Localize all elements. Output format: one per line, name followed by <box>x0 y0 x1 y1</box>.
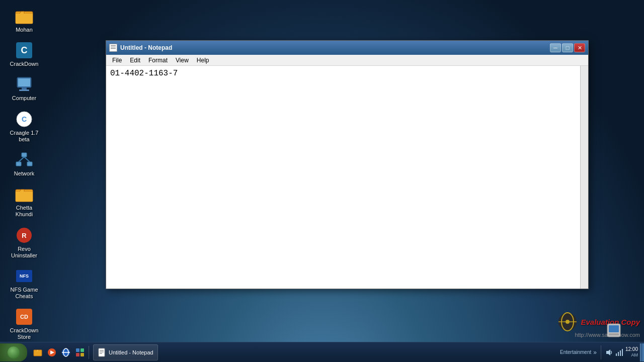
svg-text:C: C <box>22 115 27 123</box>
desktop-icon-revo-label: Revo Uninstaller <box>11 246 37 259</box>
svg-rect-11 <box>16 162 21 166</box>
menu-file[interactable]: File <box>108 56 126 65</box>
desktop-icon-crackdown[interactable]: C CrackDown <box>4 38 44 70</box>
desktop-icon-crackdown-label: CrackDown <box>10 61 39 67</box>
vertical-scrollbar[interactable] <box>580 66 588 289</box>
svg-text:NFS: NFS <box>20 274 29 279</box>
desktop-icon-revo[interactable]: R Revo Uninstaller <box>4 223 44 262</box>
system-clock[interactable]: 12:00 AM <box>625 346 638 358</box>
taskbar-open-windows: Untitled - Notepad <box>91 344 558 360</box>
svg-rect-6 <box>22 87 27 89</box>
svg-rect-10 <box>22 153 27 157</box>
svg-rect-54 <box>620 350 621 356</box>
desktop-icon-network[interactable]: Network <box>4 148 44 180</box>
desktop: Mohan C CrackDown Computer <box>0 0 644 362</box>
taskbar-notepad-item[interactable]: Untitled - Notepad <box>93 344 158 360</box>
watermark-logo-icon <box>557 312 578 332</box>
menu-format[interactable]: Format <box>144 56 172 65</box>
desktop-icon-computer-label: Computer <box>12 95 36 102</box>
window-title: Untitled - Notepad <box>120 44 550 51</box>
notification-arrow[interactable]: » <box>593 349 597 356</box>
desktop-icon-crackdown-store[interactable]: CD CrackDown Store <box>4 305 44 343</box>
svg-rect-55 <box>622 349 623 356</box>
notepad-textarea[interactable]: 01-4402-1163-7 <box>106 66 588 289</box>
taskbar-notepad-label: Untitled - Notepad <box>109 349 153 355</box>
svg-line-13 <box>19 157 24 162</box>
svg-rect-52 <box>616 353 617 356</box>
desktop-icon-mohan-label: Mohan <box>16 27 33 33</box>
speaker-icon[interactable] <box>605 348 613 356</box>
svg-rect-5 <box>18 78 30 86</box>
desktop-icon-mohan[interactable]: Mohan <box>4 4 44 36</box>
svg-rect-36 <box>609 333 619 335</box>
menu-edit[interactable]: Edit <box>126 56 144 65</box>
window-controls: ─ □ ✕ <box>550 43 585 52</box>
svg-rect-44 <box>80 348 84 352</box>
svg-rect-35 <box>609 325 619 332</box>
notification-area: Entertainment » 12:00 AM <box>558 345 640 359</box>
svg-rect-1 <box>16 14 33 24</box>
quick-launch-ie[interactable] <box>59 346 72 359</box>
notification-divider <box>601 345 601 359</box>
start-button[interactable] <box>0 343 27 361</box>
minimize-button[interactable]: ─ <box>550 43 561 52</box>
desktop-icon-crackdown-store-label: CrackDown Store <box>10 327 39 340</box>
show-desktop-button[interactable] <box>640 343 644 361</box>
svg-rect-45 <box>76 353 79 356</box>
quick-launch-media-player[interactable] <box>45 346 58 359</box>
window-menubar: File Edit Format View Help <box>106 55 588 66</box>
svg-rect-47 <box>99 348 105 356</box>
notepad-content-area: 01-4402-1163-7 <box>106 66 588 289</box>
close-button[interactable]: ✕ <box>574 43 585 52</box>
desktop-icon-nfs-label: NFS Game Cheats <box>10 287 38 300</box>
menu-view[interactable]: View <box>172 56 193 65</box>
svg-rect-43 <box>76 348 79 352</box>
window-titlebar: Untitled - Notepad ─ □ ✕ <box>106 41 588 55</box>
svg-text:CD: CD <box>20 314 28 320</box>
corner-icon <box>607 323 621 339</box>
notepad-window: Untitled - Notepad ─ □ ✕ File Edit Forma… <box>106 40 589 289</box>
watermark-area: Evaluation Copy http://www.sameshow.com <box>557 312 640 338</box>
menu-help[interactable]: Help <box>193 56 213 65</box>
svg-line-14 <box>24 157 30 162</box>
quick-launch <box>29 346 89 359</box>
desktop-icon-network-label: Network <box>14 170 34 177</box>
svg-text:C: C <box>21 45 28 55</box>
desktop-icon-craagle[interactable]: C Craagle 1.7 beta <box>4 107 44 146</box>
svg-marker-51 <box>606 349 610 355</box>
svg-point-33 <box>566 320 570 324</box>
desktop-icon-craagle-label: Craagle 1.7 beta <box>10 130 39 143</box>
start-orb-icon <box>7 346 20 359</box>
quick-launch-explorer[interactable] <box>31 346 44 359</box>
svg-rect-46 <box>80 353 84 356</box>
network-status-icon[interactable] <box>615 348 623 356</box>
maximize-button[interactable]: □ <box>562 43 573 52</box>
notepad-window-icon <box>109 44 117 52</box>
svg-rect-7 <box>19 89 29 91</box>
taskbar: Untitled - Notepad Entertainment » 12:00… <box>0 342 644 362</box>
desktop-icon-chetta-label: Chetta Khundi <box>16 205 33 218</box>
svg-rect-12 <box>27 162 32 166</box>
notification-text: Entertainment <box>560 349 591 355</box>
svg-rect-53 <box>618 352 619 356</box>
svg-rect-16 <box>16 192 33 202</box>
desktop-icon-nfs[interactable]: NFS NFS Game Cheats <box>4 264 44 303</box>
quick-launch-switch-windows[interactable] <box>73 346 87 359</box>
desktop-icon-chetta[interactable]: Chetta Khundi <box>4 182 44 221</box>
desktop-icon-area: Mohan C CrackDown Computer <box>0 0 70 362</box>
desktop-icon-computer[interactable]: Computer <box>4 72 44 105</box>
svg-text:R: R <box>22 232 27 239</box>
